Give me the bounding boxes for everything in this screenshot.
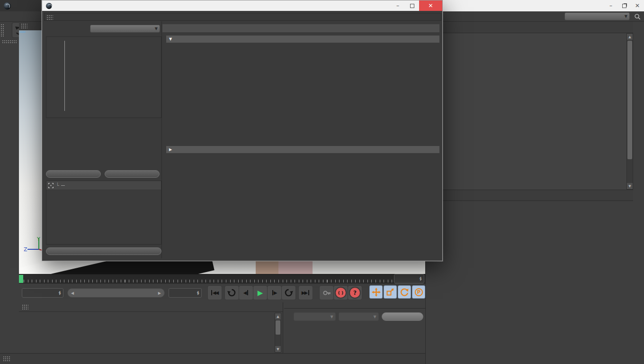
key-rotation-toggle[interactable]: [398, 285, 411, 299]
material-manager: ▲ ▼: [19, 302, 283, 353]
dialog-grip[interactable]: [46, 15, 53, 20]
coords-scale-dropdown[interactable]: ▼: [339, 312, 379, 321]
play-icon: ▶: [258, 289, 263, 297]
settings-tree: [46, 36, 161, 118]
key-parameter-toggle[interactable]: P: [412, 285, 425, 299]
start-frame-spinner[interactable]: ▲▼: [22, 288, 63, 298]
move-icon: [372, 288, 381, 297]
goto-end-button[interactable]: ▶▶: [298, 285, 313, 300]
record-key-button[interactable]: [319, 285, 334, 300]
viewport-grip[interactable]: [21, 23, 27, 29]
svg-text:Z: Z: [24, 246, 27, 253]
play-button[interactable]: ▶: [253, 285, 268, 300]
playhead[interactable]: [19, 275, 23, 283]
close-icon[interactable]: ✕: [631, 0, 644, 11]
scroll-up-icon[interactable]: ▲: [627, 34, 633, 40]
rotate-icon: [400, 288, 409, 296]
range-left-arrow-icon[interactable]: ◀: [71, 291, 74, 295]
dialog-minimize-icon[interactable]: –: [391, 0, 405, 11]
scroll-down-icon[interactable]: ▼: [627, 183, 633, 189]
attribute-manager-menubar: [426, 190, 633, 201]
end-frame-spinner[interactable]: ▲▼: [169, 288, 202, 298]
dialog-maximize-icon[interactable]: [405, 0, 419, 11]
goto-start-button[interactable]: ◀◀: [207, 285, 222, 300]
loop-forward-icon: [284, 288, 293, 297]
material-menubar: [19, 302, 283, 312]
app-icon-area: [0, 0, 42, 11]
preset-row[interactable]: └: [46, 181, 161, 190]
prev-key-button[interactable]: [224, 285, 239, 300]
parameter-icon: P: [414, 288, 423, 297]
panel-header: [162, 24, 439, 32]
transport-buttons: ◀◀ ◀ ▶ ▶ ▶▶ ( ) ?: [207, 285, 461, 300]
ruler-ticks: [24, 280, 423, 282]
prev-frame-button[interactable]: ◀: [239, 285, 253, 300]
right-panel: ▲ ▼: [425, 22, 644, 364]
cinema4d-logo-icon: [46, 3, 52, 9]
toolbar-grip[interactable]: [0, 24, 4, 37]
render-settings-button[interactable]: [46, 247, 161, 255]
effect-button[interactable]: [46, 170, 101, 178]
key-position-toggle[interactable]: [369, 285, 383, 299]
minimize-icon[interactable]: –: [604, 0, 617, 11]
section-compositing[interactable]: ▶: [166, 146, 439, 153]
scroll-down-icon[interactable]: ▼: [275, 346, 281, 352]
render-preset-icon: [48, 182, 54, 189]
scale-icon: [386, 288, 394, 296]
autokey-button[interactable]: ( ): [333, 285, 348, 300]
coordinates-panel: ▼ ▼: [284, 308, 425, 353]
loop-back-icon: [227, 288, 236, 297]
status-bar: [0, 353, 425, 364]
search-icon[interactable]: [634, 13, 641, 20]
transport-bar: ▲▼ ◀ ▶ ▲▼ ◀◀ ◀ ▶ ▶: [19, 284, 425, 302]
object-list: [426, 33, 626, 190]
tree-line: [64, 41, 65, 111]
application-window: – ✕ ▼ Y Z: [0, 0, 644, 364]
dialog-toolbar: [44, 13, 441, 21]
range-right-arrow-icon[interactable]: ▶: [158, 291, 161, 295]
scroll-up-icon[interactable]: ▲: [275, 313, 281, 319]
svg-text:P: P: [417, 290, 420, 295]
svg-text:Y: Y: [36, 236, 40, 242]
question-icon: ?: [349, 287, 361, 299]
apply-button[interactable]: [382, 312, 423, 321]
next-key-button[interactable]: [281, 285, 296, 300]
render-settings-dialog: – ✕ ▼ └ ▼: [42, 0, 443, 261]
mode-toolbar-grip[interactable]: [2, 40, 17, 43]
record-key-icon: [322, 288, 331, 298]
restore-icon[interactable]: [617, 0, 631, 11]
material-grip[interactable]: [22, 304, 28, 310]
coords-mode-dropdown[interactable]: ▼: [294, 312, 336, 321]
material-scrollbar[interactable]: ▲ ▼: [275, 313, 281, 353]
autokey-icon: ( ): [335, 287, 347, 299]
frame-range-slider[interactable]: ◀ ▶: [67, 288, 165, 298]
object-list-scrollbar[interactable]: ▲ ▼: [626, 33, 633, 190]
current-frame-spinner[interactable]: ▲▼: [394, 274, 424, 283]
status-grip[interactable]: [3, 356, 10, 362]
timeline-ruler[interactable]: [19, 274, 425, 283]
maxon-branding: [0, 303, 19, 353]
preset-list: └: [46, 181, 161, 245]
key-scale-toggle[interactable]: [384, 285, 397, 299]
section-immagine-regolare[interactable]: ▼: [166, 36, 439, 43]
dialog-close-icon[interactable]: ✕: [419, 0, 442, 11]
engine-dropdown[interactable]: ▼: [90, 25, 160, 33]
next-frame-button[interactable]: ▶: [267, 285, 282, 300]
viewport-camera-label[interactable]: [20, 31, 26, 33]
object-manager-menubar: [426, 22, 633, 33]
dialog-titlebar[interactable]: – ✕: [42, 0, 442, 11]
multipass-button[interactable]: [105, 170, 160, 178]
main-titlebar[interactable]: – ✕: [443, 0, 644, 11]
keying-help-button[interactable]: ?: [348, 285, 362, 300]
layout-dropdown[interactable]: ▼: [564, 12, 630, 20]
cinema4d-logo-icon: [4, 2, 11, 9]
